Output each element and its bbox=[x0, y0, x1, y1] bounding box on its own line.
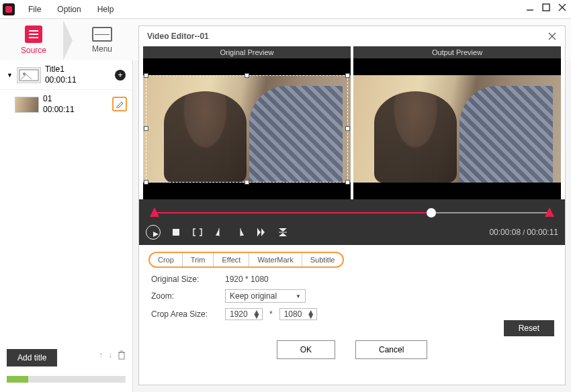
time-display: 00:00:08 / 00:00:11 bbox=[489, 228, 558, 237]
cancel-button[interactable]: Cancel bbox=[355, 340, 427, 359]
edit-clip-button[interactable] bbox=[112, 97, 127, 111]
move-up-icon[interactable]: ↑ bbox=[99, 350, 103, 362]
preview-row: Original Preview Output Preview bbox=[139, 46, 565, 199]
clip-duration: 00:00:11 bbox=[43, 105, 75, 115]
crop-width-stepper[interactable]: 1920 ▲▼ bbox=[225, 308, 263, 320]
move-down-icon[interactable]: ↓ bbox=[108, 350, 112, 362]
output-preview-label: Output Preview bbox=[353, 46, 561, 58]
crop-form: Original Size: 1920 * 1080 Zoom: Keep or… bbox=[139, 268, 565, 332]
clip-row[interactable]: 01 00:00:11 bbox=[0, 90, 132, 119]
clip-name: 01 bbox=[43, 94, 75, 105]
title-name: Title1 bbox=[45, 64, 77, 75]
edit-tabs: Crop Trim Effect WaterMark Subtitle bbox=[148, 252, 344, 268]
bracket-in-icon[interactable] bbox=[191, 226, 204, 238]
source-icon bbox=[25, 26, 42, 43]
menubar: File Option Help bbox=[0, 0, 571, 19]
editor-close-icon[interactable] bbox=[547, 32, 557, 41]
chevron-down-icon: ▼ bbox=[296, 293, 301, 299]
svg-marker-18 bbox=[261, 228, 265, 236]
svg-marker-13 bbox=[216, 229, 219, 236]
editor-header: Video Editor--01 bbox=[139, 26, 565, 46]
svg-marker-20 bbox=[279, 228, 287, 232]
clip-thumbnail bbox=[15, 97, 39, 113]
svg-point-5 bbox=[23, 72, 26, 75]
player-bar: 00:00:08 / 00:00:11 bbox=[139, 199, 565, 245]
flip-right-icon[interactable] bbox=[234, 226, 247, 238]
sidebar-actions: ↑ ↓ bbox=[99, 350, 126, 362]
sidebar: ▼ Title1 00:00:11 + 01 00:00:11 Add titl… bbox=[0, 60, 133, 392]
stop-button[interactable] bbox=[170, 226, 182, 238]
output-preview: Output Preview bbox=[353, 46, 561, 199]
svg-rect-12 bbox=[173, 229, 179, 236]
editor-title: Video Editor--01 bbox=[147, 32, 209, 41]
title-duration: 00:00:11 bbox=[45, 75, 77, 86]
tab-effect[interactable]: Effect bbox=[214, 253, 249, 266]
tab-separator bbox=[63, 20, 73, 60]
tab-menu[interactable]: Menu bbox=[75, 20, 129, 60]
tab-crop[interactable]: Crop bbox=[150, 253, 183, 266]
add-button[interactable]: + bbox=[115, 70, 126, 81]
menu-option[interactable]: Option bbox=[49, 2, 89, 17]
zoom-dropdown[interactable]: Keep original ▼ bbox=[225, 289, 306, 303]
collapse-icon[interactable]: ▼ bbox=[7, 72, 13, 79]
playhead[interactable] bbox=[427, 208, 436, 217]
play-button[interactable] bbox=[146, 225, 161, 240]
zoom-label: Zoom: bbox=[151, 291, 218, 301]
svg-marker-11 bbox=[153, 232, 159, 237]
original-preview-label: Original Preview bbox=[143, 46, 351, 58]
tab-source-label: Source bbox=[21, 46, 46, 55]
crop-width-value: 1920 bbox=[230, 309, 248, 319]
original-preview-image[interactable] bbox=[143, 58, 351, 199]
crop-area-label: Crop Area Size: bbox=[151, 309, 218, 319]
out-marker-icon[interactable] bbox=[545, 207, 554, 217]
svg-marker-15 bbox=[240, 229, 244, 236]
ok-button[interactable]: OK bbox=[277, 340, 335, 359]
in-marker-icon[interactable] bbox=[150, 207, 159, 217]
crop-overlay[interactable] bbox=[146, 75, 348, 183]
menu-icon bbox=[92, 27, 112, 42]
original-size-label: Original Size: bbox=[151, 275, 218, 284]
sidebar-footer: Add title ↑ ↓ bbox=[7, 349, 126, 383]
tab-source[interactable]: Source bbox=[7, 20, 60, 60]
center-icon[interactable] bbox=[277, 226, 290, 238]
reset-button[interactable]: Reset bbox=[504, 320, 554, 336]
maximize-icon[interactable] bbox=[541, 3, 551, 12]
video-editor-panel: Video Editor--01 Original Preview bbox=[138, 26, 566, 385]
output-preview-image bbox=[353, 58, 561, 199]
current-time: 00:00:08 bbox=[489, 228, 521, 237]
delete-icon[interactable] bbox=[118, 350, 126, 362]
dialog-buttons: OK Cancel bbox=[139, 332, 565, 364]
tab-subtitle[interactable]: Subtitle bbox=[302, 253, 343, 266]
menu-file[interactable]: File bbox=[20, 2, 49, 17]
flip-left-icon[interactable] bbox=[213, 226, 225, 238]
window-controls bbox=[525, 3, 567, 12]
svg-rect-4 bbox=[19, 70, 38, 81]
progress-bar bbox=[7, 376, 126, 383]
original-size-value: 1920 * 1080 bbox=[225, 275, 269, 284]
app-icon bbox=[3, 3, 15, 15]
minimize-icon[interactable] bbox=[525, 3, 535, 12]
original-preview: Original Preview bbox=[143, 46, 351, 199]
tab-watermark[interactable]: WaterMark bbox=[249, 253, 302, 266]
tab-trim[interactable]: Trim bbox=[183, 253, 214, 266]
player-controls: 00:00:08 / 00:00:11 bbox=[146, 225, 558, 240]
crop-height-value: 1080 bbox=[284, 309, 302, 319]
skip-icon[interactable] bbox=[256, 226, 268, 238]
crop-height-stepper[interactable]: 1080 ▲▼ bbox=[279, 308, 317, 320]
title-thumbnail bbox=[17, 67, 41, 83]
zoom-value: Keep original bbox=[230, 291, 277, 301]
menu-help[interactable]: Help bbox=[89, 2, 122, 17]
add-title-button[interactable]: Add title bbox=[7, 349, 57, 366]
timeline[interactable] bbox=[146, 205, 558, 221]
svg-marker-21 bbox=[279, 233, 287, 236]
close-icon[interactable] bbox=[558, 3, 567, 12]
svg-rect-1 bbox=[543, 4, 550, 11]
title-row[interactable]: ▼ Title1 00:00:11 + bbox=[0, 60, 132, 90]
total-time: 00:00:11 bbox=[527, 228, 558, 237]
asterisk: * bbox=[269, 309, 273, 319]
svg-rect-6 bbox=[119, 352, 124, 359]
tab-menu-label: Menu bbox=[92, 44, 112, 54]
